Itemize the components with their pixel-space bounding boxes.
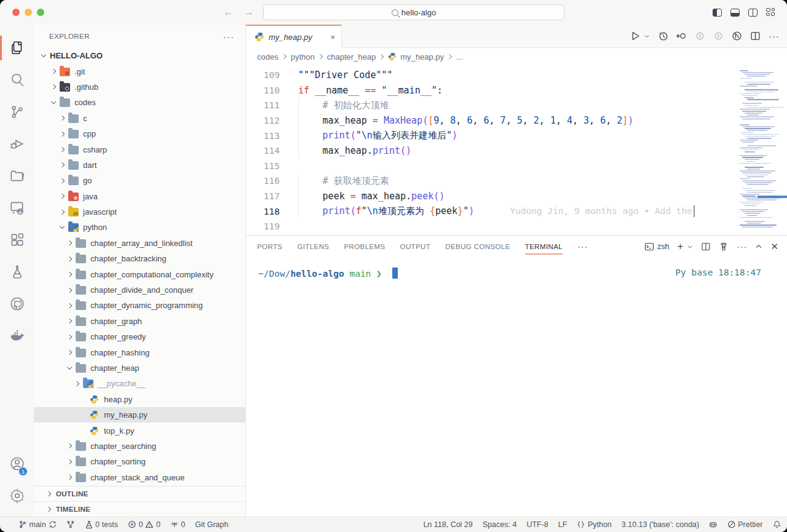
folder-chapter-hashing[interactable]: chapter_hashing: [34, 344, 245, 360]
split-terminal-icon[interactable]: [701, 242, 711, 252]
testing-icon[interactable]: [0, 256, 34, 288]
status-bell[interactable]: [773, 520, 781, 529]
panel-tabs-more-icon[interactable]: ···: [577, 242, 588, 252]
minimap[interactable]: [735, 65, 787, 235]
code-line-109[interactable]: 109"""Driver Code""": [246, 68, 735, 83]
kill-terminal-icon[interactable]: [719, 242, 729, 252]
status-prettier[interactable]: Prettier: [727, 520, 763, 529]
folder-chapter-graph[interactable]: chapter_graph: [34, 314, 245, 329]
folder-chapter-stack-and-queue[interactable]: chapter_stack_and_queue: [34, 470, 245, 485]
tab-close-icon[interactable]: ×: [330, 33, 335, 42]
folder-python[interactable]: python: [34, 220, 245, 235]
code-line-112[interactable]: 112max_heap = MaxHeap([9, 8, 6, 6, 7, 5,…: [246, 113, 735, 129]
close-panel-icon[interactable]: ✕: [770, 241, 778, 252]
terminal-dropdown-icon[interactable]: [687, 242, 693, 252]
minimize-window-button[interactable]: [25, 9, 32, 16]
toggle-panel-icon[interactable]: [730, 9, 740, 17]
accounts-icon[interactable]: 1: [0, 448, 34, 480]
toggle-secondary-sidebar-icon[interactable]: [748, 9, 757, 17]
status-python[interactable]: Python: [577, 520, 611, 529]
breadcrumb-file[interactable]: my_heap.py: [400, 52, 444, 62]
panel-tab-problems[interactable]: PROBLEMS: [344, 236, 385, 258]
panel-tab-terminal[interactable]: TERMINAL: [525, 236, 563, 258]
code-line-119[interactable]: 119: [246, 219, 735, 234]
folder-chapter-computational-complexity[interactable]: chapter_computational_complexity: [34, 266, 245, 282]
close-window-button[interactable]: [12, 9, 20, 16]
next-change-icon[interactable]: [713, 31, 724, 41]
status-0-tests[interactable]: 0 tests: [85, 520, 118, 529]
status-spaces-4[interactable]: Spaces: 4: [483, 520, 517, 529]
file-heap-py[interactable]: heap.py: [34, 392, 245, 407]
folder-cpp[interactable]: cpp: [34, 126, 245, 141]
file-top-k-py[interactable]: top_k.py: [34, 423, 245, 438]
folder-chapter-heap[interactable]: chapter_heap: [34, 360, 245, 376]
file-my-heap-py[interactable]: my_heap.py: [34, 407, 245, 423]
code-line-111[interactable]: 111# 初始化大顶堆: [246, 98, 735, 113]
status-0[interactable]: 00: [128, 520, 160, 529]
folder--pycache-[interactable]: __pycache__: [34, 376, 245, 391]
minimap-slider[interactable]: [757, 196, 787, 198]
folder-chapter-searching[interactable]: chapter_searching: [34, 439, 245, 454]
folder-chapter-array-and-linkedlist[interactable]: chapter_array_and_linkedlist: [34, 236, 245, 251]
previous-change-icon[interactable]: [695, 31, 705, 41]
folder-chapter-sorting[interactable]: chapter_sorting: [34, 454, 245, 469]
breadcrumb-chapter-heap[interactable]: chapter_heap: [327, 52, 376, 62]
explorer-more-actions-icon[interactable]: ···: [223, 31, 234, 42]
folder-chapter-greedy[interactable]: chapter_greedy: [34, 329, 245, 344]
code-line-117[interactable]: 117peek = max_heap.peek(): [246, 189, 735, 204]
status-graph[interactable]: [66, 520, 75, 529]
panel-tab-gitlens[interactable]: GITLENS: [297, 236, 329, 258]
back-arrow-icon[interactable]: ←: [223, 0, 234, 25]
settings-gear-icon[interactable]: [0, 480, 34, 512]
folder-chapter-dynamic-programming[interactable]: chapter_dynamic_programming: [34, 298, 245, 313]
folder-c[interactable]: c: [34, 111, 245, 126]
terminal-shell-picker[interactable]: zsh: [644, 242, 669, 252]
github-icon[interactable]: [0, 288, 34, 320]
customize-layout-icon[interactable]: [766, 8, 776, 17]
folder-codes[interactable]: codes: [34, 95, 245, 110]
status-lf[interactable]: LF: [558, 520, 568, 529]
editor-more-actions-icon[interactable]: ···: [769, 31, 780, 41]
gitlens-graph-icon[interactable]: [732, 31, 742, 41]
maximize-panel-icon[interactable]: [755, 242, 762, 252]
breadcrumb-codes[interactable]: codes: [257, 52, 279, 62]
run-dropdown-icon[interactable]: [644, 31, 650, 41]
code-line-115[interactable]: 115: [246, 159, 735, 174]
tab-my-heap-py[interactable]: my_heap.py ×: [246, 25, 342, 48]
timeline-history-icon[interactable]: [658, 31, 668, 41]
breadcrumb-symbol[interactable]: ...: [456, 52, 463, 62]
folder-dart[interactable]: dart: [34, 157, 245, 173]
code-line-116[interactable]: 116# 获取堆顶元素: [246, 173, 735, 189]
status-main[interactable]: main: [18, 520, 57, 529]
project-manager-icon[interactable]: [0, 160, 34, 192]
remote-explorer-icon[interactable]: [0, 192, 34, 224]
code-line-110[interactable]: 110if __name__ == "__main__":: [246, 83, 735, 98]
source-control-icon[interactable]: [0, 96, 34, 128]
folder-hello-algo[interactable]: HELLO-ALGO: [34, 48, 245, 63]
status-ln-118-col-29[interactable]: Ln 118, Col 29: [423, 520, 472, 529]
folder-go[interactable]: go: [34, 173, 245, 188]
panel-tab-ports[interactable]: PORTS: [257, 236, 282, 258]
open-changes-icon[interactable]: [676, 31, 687, 41]
status-git-graph[interactable]: Git Graph: [195, 520, 228, 529]
run-python-file-icon[interactable]: [630, 31, 641, 41]
breadcrumb-python[interactable]: python: [291, 52, 315, 62]
new-terminal-icon[interactable]: +: [677, 240, 683, 253]
code-line-113[interactable]: 113print("\n输入列表并建堆后"): [246, 128, 735, 143]
status-utf-8[interactable]: UTF-8: [526, 520, 548, 529]
command-center-search[interactable]: hello-algo: [263, 4, 564, 20]
explorer-icon[interactable]: [0, 32, 34, 64]
folder-javascript[interactable]: JSjavascript: [34, 204, 245, 220]
folder-java[interactable]: java: [34, 189, 245, 204]
toggle-sidebar-icon[interactable]: [713, 9, 722, 17]
zoom-window-button[interactable]: [37, 9, 44, 16]
run-and-debug-icon[interactable]: [0, 128, 34, 160]
folder-csharp[interactable]: csharp: [34, 141, 245, 157]
code-editor[interactable]: 109"""Driver Code"""110if __name__ == "_…: [246, 65, 787, 235]
forward-arrow-icon[interactable]: →: [243, 0, 254, 25]
folder-chapter-backtracking[interactable]: chapter_backtracking: [34, 251, 245, 266]
extensions-icon[interactable]: [0, 224, 34, 256]
code-line-118[interactable]: 118print(f"\n堆顶元素为 {peek}")Yudong Jin, 9…: [246, 204, 735, 219]
folder-chapter-divide-and-conquer[interactable]: chapter_divide_and_conquer: [34, 282, 245, 298]
panel-tab-output[interactable]: OUTPUT: [400, 236, 431, 258]
